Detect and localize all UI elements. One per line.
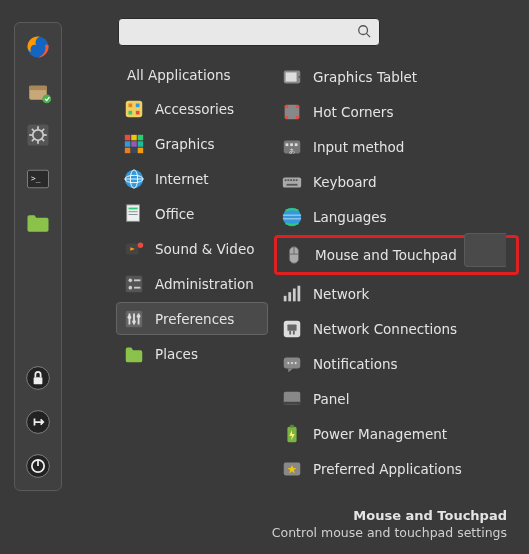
lock-icon[interactable] [22, 362, 54, 394]
svg-rect-92 [293, 330, 295, 334]
svg-point-65 [285, 104, 289, 108]
app-keyboard[interactable]: Keyboard [274, 165, 519, 198]
preferred-applications-icon [281, 458, 303, 480]
internet-icon [123, 168, 145, 190]
keyboard-icon [281, 171, 303, 193]
firefox-icon[interactable] [22, 31, 54, 63]
panel-icon [281, 388, 303, 410]
svg-rect-25 [129, 103, 133, 107]
graphics-tablet-icon [281, 66, 303, 88]
svg-rect-42 [127, 204, 140, 221]
svg-rect-77 [290, 179, 292, 181]
app-panel[interactable]: Panel [274, 382, 519, 415]
search-input[interactable] [127, 25, 357, 40]
svg-marker-94 [288, 368, 293, 372]
svg-point-97 [295, 361, 297, 363]
category-label: Preferences [155, 311, 234, 327]
svg-point-48 [138, 242, 144, 248]
svg-rect-90 [287, 324, 296, 330]
preferences-icon [123, 308, 145, 330]
svg-point-63 [298, 76, 300, 78]
app-label: Input method [313, 139, 404, 155]
svg-rect-85 [284, 295, 287, 301]
svg-rect-27 [129, 110, 133, 114]
svg-rect-45 [129, 214, 138, 215]
svg-rect-43 [129, 207, 138, 209]
svg-rect-72 [295, 143, 298, 146]
app-label: Languages [313, 209, 387, 225]
package-manager-icon[interactable] [22, 75, 54, 107]
svg-rect-35 [125, 147, 130, 153]
application-list: Graphics Tablet Hot Corners あ Input meth… [270, 56, 529, 500]
app-notifications[interactable]: Notifications [274, 347, 519, 380]
app-label: Graphics Tablet [313, 69, 417, 85]
svg-rect-78 [293, 179, 295, 181]
app-power-management[interactable]: Power Management [274, 417, 519, 450]
svg-point-67 [285, 115, 289, 119]
category-preferences[interactable]: Preferences [116, 302, 268, 335]
office-icon [123, 203, 145, 225]
accessories-icon [123, 98, 145, 120]
svg-rect-29 [125, 134, 130, 140]
svg-rect-33 [131, 141, 137, 147]
category-administration[interactable]: Administration [116, 267, 268, 300]
svg-point-60 [137, 314, 141, 318]
app-label: Network Connections [313, 321, 457, 337]
app-label: Panel [313, 391, 349, 407]
svg-rect-28 [136, 110, 140, 114]
terminal-icon[interactable]: >_ [22, 163, 54, 195]
settings-icon[interactable] [22, 119, 54, 151]
power-icon[interactable] [22, 450, 54, 482]
category-graphics[interactable]: Graphics [116, 127, 268, 160]
input-method-icon: あ [281, 136, 303, 158]
svg-rect-76 [287, 179, 289, 181]
background-button [464, 233, 506, 267]
app-preferred-applications[interactable]: Preferred Applications [274, 452, 519, 485]
category-office[interactable]: Office [116, 197, 268, 230]
category-accessories[interactable]: Accessories [116, 92, 268, 125]
category-sound-video[interactable]: Sound & Video [116, 232, 268, 265]
power-management-icon [281, 423, 303, 445]
svg-rect-51 [134, 279, 140, 281]
graphics-icon [123, 133, 145, 155]
category-label: Administration [155, 276, 254, 292]
mouse-icon [283, 244, 305, 266]
app-label: Hot Corners [313, 104, 393, 120]
category-label: Accessories [155, 101, 234, 117]
svg-rect-37 [138, 147, 144, 153]
svg-rect-34 [138, 141, 144, 147]
category-label: All Applications [127, 67, 231, 83]
svg-rect-74 [283, 177, 301, 187]
svg-rect-31 [138, 134, 144, 140]
category-internet[interactable]: Internet [116, 162, 268, 195]
category-label: Sound & Video [155, 241, 254, 257]
logout-icon[interactable] [22, 406, 54, 438]
svg-rect-32 [125, 141, 130, 147]
app-network-connections[interactable]: Network Connections [274, 312, 519, 345]
svg-point-96 [291, 361, 293, 363]
app-label: Network [313, 286, 369, 302]
category-label: Graphics [155, 136, 215, 152]
svg-rect-75 [285, 179, 287, 181]
app-network[interactable]: Network [274, 277, 519, 310]
svg-rect-79 [296, 179, 298, 181]
app-graphics-tablet[interactable]: Graphics Tablet [274, 60, 519, 93]
footer-title: Mouse and Touchpad [108, 508, 507, 523]
app-input-method[interactable]: あ Input method [274, 130, 519, 163]
category-list: All Applications Accessories Graphics In… [108, 56, 270, 500]
svg-rect-49 [126, 275, 143, 292]
category-all-applications[interactable]: All Applications [116, 60, 268, 90]
app-languages[interactable]: Languages [274, 200, 519, 233]
category-places[interactable]: Places [116, 337, 268, 370]
app-label: Keyboard [313, 174, 376, 190]
svg-point-95 [287, 361, 289, 363]
svg-point-50 [129, 278, 133, 282]
search-box[interactable] [118, 18, 380, 46]
application-menu: All Applications Accessories Graphics In… [108, 0, 529, 554]
administration-icon [123, 273, 145, 295]
svg-rect-62 [286, 72, 297, 81]
svg-point-22 [359, 25, 368, 34]
svg-point-56 [128, 315, 132, 319]
files-icon[interactable] [22, 207, 54, 239]
app-hot-corners[interactable]: Hot Corners [274, 95, 519, 128]
